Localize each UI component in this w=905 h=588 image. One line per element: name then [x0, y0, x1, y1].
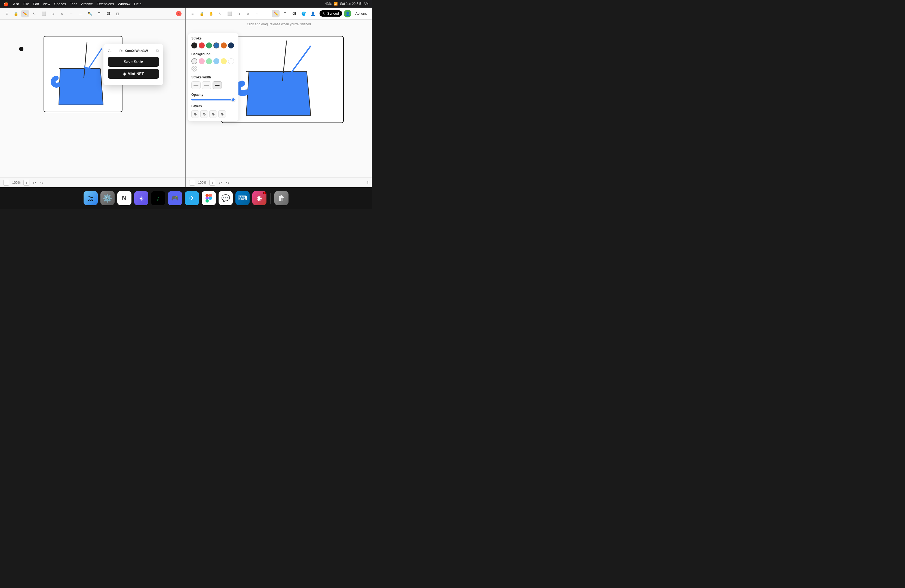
menu-tabs[interactable]: Tabs: [70, 2, 77, 6]
dock-vscode[interactable]: ⌨: [235, 191, 249, 205]
left-arrow-btn[interactable]: →: [68, 10, 75, 17]
avatar-btn[interactable]: 👤: [344, 10, 351, 17]
left-menu-btn[interactable]: ≡: [3, 10, 10, 17]
stroke-color-black[interactable]: [191, 43, 197, 48]
bg-color-yellow[interactable]: [221, 58, 227, 64]
right-redo-btn[interactable]: ↪: [225, 180, 230, 185]
left-zoom-plus-btn[interactable]: +: [24, 180, 29, 186]
right-rect-btn[interactable]: ⬜: [225, 10, 233, 17]
bg-color-transparent[interactable]: [191, 65, 197, 72]
mint-nft-btn[interactable]: ◈ Mint NFT: [108, 69, 159, 79]
apple-menu[interactable]: 🍎: [3, 2, 9, 6]
bg-color-blue[interactable]: [213, 58, 219, 64]
left-freehand-btn[interactable]: ✒️: [86, 10, 94, 17]
bg-color-white[interactable]: [228, 58, 234, 64]
left-lock-btn[interactable]: 🔒: [12, 10, 20, 17]
menu-spaces[interactable]: Spaces: [54, 2, 66, 6]
synced-button[interactable]: ↻ Synced: [319, 10, 342, 17]
stroke-color-orange[interactable]: [221, 43, 227, 48]
stroke-color-blue[interactable]: [213, 43, 219, 48]
app-name[interactable]: Arc: [13, 2, 19, 6]
dock-finder[interactable]: 🗂: [84, 191, 98, 205]
right-menu-btn[interactable]: ≡: [189, 10, 196, 17]
right-hand-btn[interactable]: ✋: [207, 10, 215, 17]
left-undo-btn[interactable]: ↩: [32, 180, 37, 185]
menu-window[interactable]: Window: [118, 2, 130, 6]
left-circle-btn[interactable]: ○: [58, 10, 66, 17]
stroke-color-red[interactable]: [199, 43, 205, 48]
window-close-btn[interactable]: ✕: [176, 11, 181, 16]
bg-color-pink[interactable]: [199, 58, 205, 64]
actions-button[interactable]: Actions: [353, 10, 369, 17]
dock-orbit[interactable]: ◉: [252, 191, 267, 205]
layer-btn-4[interactable]: ⊛: [218, 110, 226, 118]
select-icon: ↖: [33, 11, 36, 16]
right-arrow-btn[interactable]: →: [253, 10, 261, 17]
left-rect-btn[interactable]: ⬜: [40, 10, 48, 17]
right-zoom-minus-btn[interactable]: −: [189, 180, 195, 186]
left-canvas[interactable]: Game ID: XmxXlWah3W ⧉ Save State ◈ Mint …: [0, 20, 185, 178]
right-lock-btn[interactable]: 🔒: [198, 10, 205, 17]
menu-extensions[interactable]: Extensions: [97, 2, 114, 6]
layer-btn-3[interactable]: ⊚: [209, 110, 217, 118]
stroke-color-green[interactable]: [206, 43, 212, 48]
right-fill-btn[interactable]: 🪣: [300, 10, 307, 17]
layer-btn-1[interactable]: ⊕: [191, 110, 199, 118]
dock-notion[interactable]: N: [117, 191, 132, 205]
left-image-btn[interactable]: 🖼: [105, 10, 112, 17]
save-state-btn[interactable]: Save State: [108, 57, 159, 67]
dock-telegram[interactable]: ✈: [185, 191, 199, 205]
right-image-btn[interactable]: 🖼: [291, 10, 298, 17]
dock-spotify[interactable]: ♪: [151, 191, 165, 205]
left-redo-btn[interactable]: ↪: [39, 180, 44, 185]
menu-archive[interactable]: Archive: [81, 2, 93, 6]
left-select-btn[interactable]: ↖: [30, 10, 38, 17]
right-undo-btn[interactable]: ↩: [218, 180, 223, 185]
popup-panel: Game ID: XmxXlWah3W ⧉ Save State ◈ Mint …: [103, 44, 163, 85]
left-bottom-toolbar: − 100% + ↩ ↪: [0, 178, 185, 187]
stroke-width-row: [191, 81, 235, 89]
right-select-btn[interactable]: ↖: [216, 10, 224, 17]
dock-slack[interactable]: 💬: [219, 191, 233, 205]
bg-color-green[interactable]: [206, 58, 212, 64]
sw-thin-btn[interactable]: [191, 81, 201, 89]
bg-color-light[interactable]: [191, 58, 197, 64]
right-circle-btn[interactable]: ○: [244, 10, 252, 17]
right-line-btn[interactable]: —: [263, 10, 270, 17]
right-diamond-btn[interactable]: ◇: [235, 10, 243, 17]
clock: Sat Jun 22 5:51 AM: [340, 2, 368, 6]
hint-text: Click and drag, release when you're fini…: [247, 22, 311, 26]
right-text-btn[interactable]: T: [281, 10, 289, 17]
dock-settings[interactable]: ⚙️: [100, 191, 114, 205]
layer-btn-2[interactable]: ⊙: [200, 110, 208, 118]
sw-medium-btn[interactable]: [202, 81, 211, 89]
menu-help[interactable]: Help: [134, 2, 141, 6]
left-canvas-body: Game ID: XmxXlWah3W ⧉ Save State ◈ Mint …: [0, 20, 185, 178]
left-diamond-btn[interactable]: ◇: [49, 10, 57, 17]
sw-thin-line: [194, 85, 198, 86]
text-icon: T: [98, 11, 100, 16]
sw-thick-btn[interactable]: [213, 81, 222, 89]
right-pencil-btn[interactable]: ✏️: [272, 10, 279, 17]
dock-discord[interactable]: 🎮: [168, 191, 182, 205]
right-zoom-plus-btn[interactable]: +: [209, 180, 215, 186]
copy-icon[interactable]: ⧉: [156, 48, 159, 53]
right-person-btn[interactable]: 👤: [309, 10, 316, 17]
opacity-slider-thumb[interactable]: [231, 98, 235, 102]
menu-edit[interactable]: Edit: [33, 2, 39, 6]
stroke-color-darkblue[interactable]: [228, 43, 234, 48]
left-zoom-minus-btn[interactable]: −: [3, 180, 9, 186]
left-eraser-btn[interactable]: ◻: [114, 10, 121, 17]
left-zoom-level: 100%: [11, 181, 21, 184]
dock-trash[interactable]: 🗑: [275, 191, 289, 205]
opacity-slider-track[interactable]: [191, 99, 235, 100]
menu-file[interactable]: File: [24, 2, 29, 6]
rect-icon: ⬜: [41, 11, 46, 16]
left-line-btn[interactable]: —: [77, 10, 84, 17]
dock-linear[interactable]: ◈: [134, 191, 148, 205]
left-pencil-btn[interactable]: ✏️: [21, 10, 29, 17]
dock-figma[interactable]: [202, 191, 216, 205]
right-info-btn[interactable]: ℹ: [367, 181, 368, 185]
menu-view[interactable]: View: [43, 2, 50, 6]
left-text-btn[interactable]: T: [95, 10, 103, 17]
